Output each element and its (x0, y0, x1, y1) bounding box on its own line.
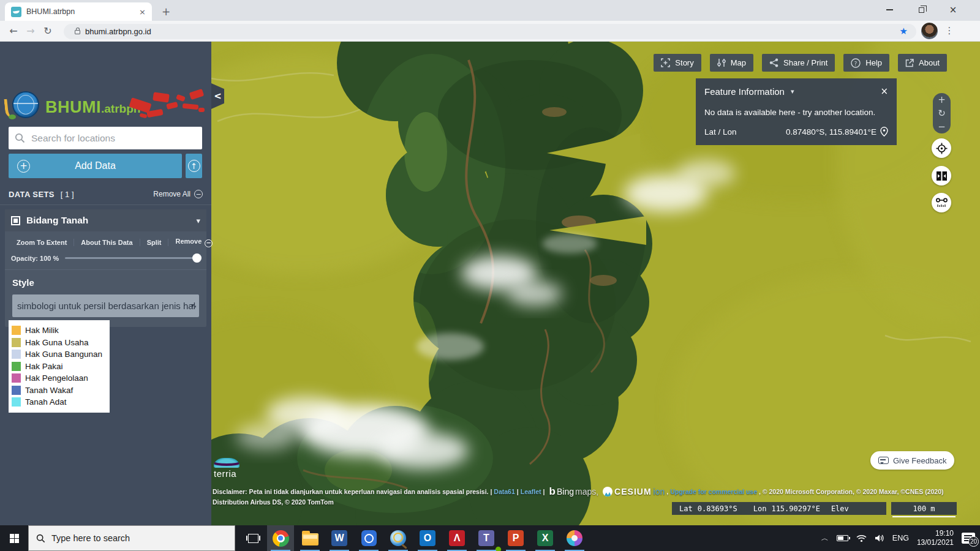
tab-title: BHUMI.atrbpn (26, 7, 139, 16)
datasets-count: [ 1 ] (61, 190, 74, 199)
taskbar-app-shield[interactable] (355, 525, 382, 551)
opacity-slider-knob[interactable] (192, 253, 202, 263)
start-button[interactable] (0, 525, 28, 551)
browser-tabstrip: BHUMI.atrbpn × + × (0, 0, 980, 21)
date: 13/01/2021 (917, 538, 954, 547)
story-button[interactable]: Story (654, 54, 701, 72)
about-button[interactable]: About (898, 54, 947, 72)
terria-logo[interactable]: terria (214, 458, 243, 479)
upgrade-link[interactable]: Upgrade for commercial use (670, 488, 757, 495)
action-center-icon[interactable]: 20 (962, 533, 975, 544)
search-icon (15, 133, 25, 143)
window-close-button[interactable]: × (941, 0, 965, 20)
upload-data-button[interactable]: ↑ (186, 154, 202, 178)
location-pin-icon[interactable] (880, 127, 888, 137)
opacity-slider[interactable] (65, 257, 200, 259)
chevron-down-icon[interactable]: ▾ (791, 88, 794, 95)
window-minimize-button[interactable] (877, 0, 902, 20)
dataset-header[interactable]: Bidang Tanah ▾ (5, 209, 206, 231)
datasets-label: DATA SETS (9, 190, 55, 199)
dataset-visibility-checkbox[interactable] (11, 216, 20, 225)
chevron-down-icon[interactable]: ▾ (196, 217, 200, 225)
measure-button[interactable] (932, 193, 951, 212)
add-data-button[interactable]: + Add Data (9, 154, 182, 178)
browser-tab[interactable]: BHUMI.atrbpn × (5, 2, 152, 21)
close-icon[interactable]: × (880, 87, 888, 96)
reset-view-button[interactable]: ↻ (938, 107, 946, 120)
shield-app-icon (361, 530, 377, 546)
window-restore-button[interactable] (909, 0, 933, 20)
remove-dataset-button[interactable]: Remove− (168, 238, 219, 247)
taskbar-acrobat[interactable]: Λ (443, 525, 470, 551)
taskbar-search-placeholder: Type here to search (51, 533, 130, 543)
taskbar-teams[interactable]: T (473, 525, 500, 551)
taskbar-search-box[interactable]: Type here to search (28, 525, 235, 551)
external-link-icon (905, 59, 914, 67)
lock-icon (75, 30, 80, 34)
latlon-label: Lat / Lon (704, 127, 737, 137)
bing-maps-logo[interactable]: b Bing maps, (549, 485, 599, 498)
reload-button[interactable]: ↻ (39, 23, 56, 40)
taskbar-word[interactable]: W (326, 525, 353, 551)
bookmark-star-icon[interactable]: ★ (900, 27, 908, 36)
bhumi-logo: BHUMI.atrbpn (5, 88, 207, 126)
legend-item: Hak Milik (12, 324, 107, 337)
taskbar-excel[interactable]: X (532, 525, 559, 551)
compare-button[interactable] (932, 166, 951, 186)
excel-icon: X (537, 530, 553, 546)
address-bar[interactable]: bhumi.atrbpn.go.id ★ (64, 24, 916, 39)
speaker-icon[interactable] (875, 534, 884, 542)
zoom-in-button[interactable]: + (938, 93, 946, 107)
style-section: Style simbologi untuk persil berdasarkan… (5, 269, 206, 327)
datasets-header: DATA SETS [ 1 ] Remove All − (0, 185, 211, 203)
workbench-item-bidang-tanah: Bidang Tanah ▾ Zoom To Extent About This… (5, 209, 206, 327)
file-explorer-icon (302, 533, 318, 545)
atrbpn-globe-icon (5, 90, 40, 124)
back-button[interactable]: ← (5, 23, 22, 40)
zoom-out-button[interactable]: − (938, 120, 946, 133)
geolocate-button[interactable] (932, 138, 951, 158)
browser-profile-avatar[interactable] (921, 23, 938, 39)
chrome-icon (273, 530, 289, 547)
browser-menu-icon[interactable]: ⋮ (942, 23, 957, 39)
battery-icon[interactable] (837, 535, 848, 541)
taskbar-chrome[interactable] (267, 525, 294, 551)
remove-all-button[interactable]: Remove All − (153, 190, 203, 198)
tray-expand-icon[interactable]: ︿ (821, 534, 829, 542)
task-view-button[interactable] (240, 525, 266, 551)
style-heading: Style (12, 277, 199, 288)
leaflet-link[interactable]: Leaflet (521, 488, 541, 495)
taskbar-app-globe[interactable] (385, 525, 412, 551)
copyright-text: , © 2020 Microsoft Corporation, © 2020 M… (759, 488, 944, 495)
data61-link[interactable]: Data61 (494, 488, 514, 495)
share-print-button[interactable]: Share / Print (762, 54, 835, 72)
location-search-box[interactable] (9, 127, 202, 149)
taskbar-powerpoint[interactable]: P (502, 525, 529, 551)
url-text[interactable]: bhumi.atrbpn.go.id (85, 27, 900, 36)
upload-icon: ↑ (188, 160, 200, 172)
notification-badge: 20 (968, 536, 979, 547)
story-icon (661, 58, 670, 67)
new-tab-button[interactable]: + (158, 4, 174, 20)
taskbar-paint3d[interactable] (561, 525, 588, 551)
clock[interactable]: 19:10 13/01/2021 (917, 529, 954, 547)
map-button[interactable]: Map (710, 54, 753, 72)
search-input[interactable] (31, 133, 196, 144)
split-button[interactable]: Split (140, 239, 169, 246)
wifi-icon[interactable] (856, 534, 867, 542)
about-this-data-button[interactable]: About This Data (74, 239, 140, 246)
zoom-to-extent-button[interactable]: Zoom To Extent (10, 239, 74, 246)
give-feedback-button[interactable]: Give Feedback (870, 451, 954, 470)
windows-logo-icon (10, 534, 19, 543)
opacity-label: Opacity: 100 % (11, 255, 59, 262)
tab-close-icon[interactable]: × (139, 8, 146, 16)
taskbar-outlook[interactable]: O (414, 525, 441, 551)
taskbar-file-explorer[interactable] (296, 525, 323, 551)
attribution-line1: Disclaimer: Peta ini tidak dianjurkan un… (213, 485, 957, 498)
lon-value: 115.90297°E (771, 504, 820, 513)
feature-information-panel: Feature Information ▾ × No data is avail… (696, 78, 897, 145)
language-indicator[interactable]: ENG (892, 534, 909, 542)
style-select[interactable]: simbologi untuk persil berdasarkan jenis… (12, 294, 199, 317)
cesium-ion-logo[interactable]: CESIUM ion (603, 487, 665, 497)
help-button[interactable]: ? Help (843, 54, 889, 72)
